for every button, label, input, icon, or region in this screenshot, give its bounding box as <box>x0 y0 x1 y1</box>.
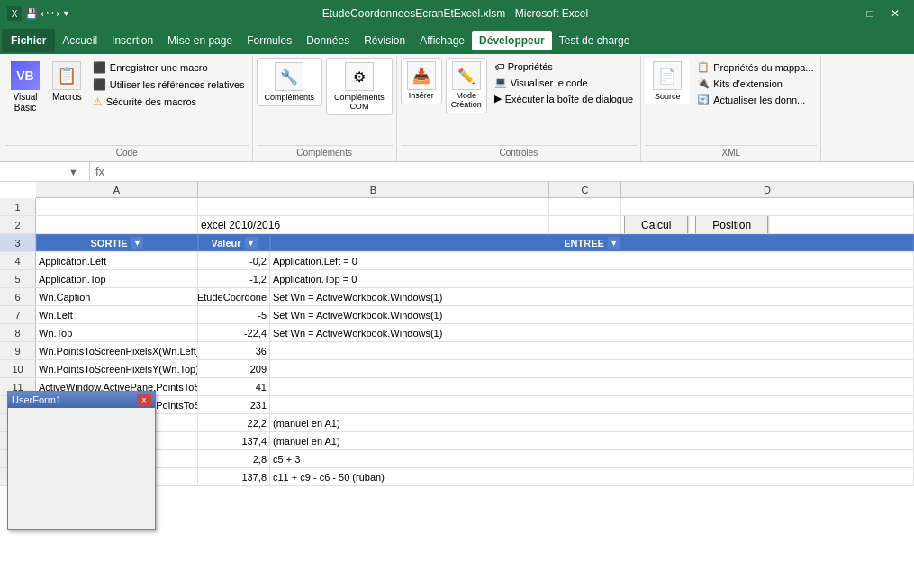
menu-mise-en-page[interactable]: Mise en page <box>160 31 240 50</box>
customize-icon[interactable]: ▼ <box>62 9 70 18</box>
menu-affichage[interactable]: Affichage <box>412 31 472 50</box>
col-header-a[interactable]: A <box>36 182 198 197</box>
row-header-2[interactable]: 2 <box>0 216 36 233</box>
cell-sortie-7[interactable]: Wn.Left <box>36 306 198 323</box>
cell-entree-13[interactable]: (manuel en A1) <box>270 414 914 431</box>
proprietes-mappa-button[interactable]: 📋 Propriétés du mappa... <box>693 59 817 75</box>
actualiser-button[interactable]: 🔄 Actualiser les donn... <box>693 92 817 107</box>
cell-valeur-6[interactable]: EtudeCoordone <box>198 288 270 305</box>
row-header-1[interactable]: 1 <box>0 198 36 215</box>
menu-developpeur[interactable]: Développeur <box>472 31 552 50</box>
source-button[interactable]: 📄 Source <box>645 58 690 104</box>
proprietes-button[interactable]: 🏷 Propriétés <box>491 59 638 74</box>
position-button[interactable]: Position <box>695 216 768 233</box>
mode-creation-button[interactable]: ✏️ ModeCréation <box>446 58 487 113</box>
cell-d1[interactable] <box>621 198 914 215</box>
userform-close-button[interactable]: × <box>137 394 151 406</box>
sortie-filter-button[interactable]: ▼ <box>131 237 143 249</box>
function-icon[interactable]: fx <box>90 165 110 178</box>
cell-b1[interactable] <box>198 198 549 215</box>
securite-macros-button[interactable]: ⚠ Sécurité des macros <box>89 94 249 110</box>
cell-sortie-5[interactable]: Application.Top <box>36 270 198 287</box>
executer-boite-button[interactable]: ▶ Exécuter la boîte de dialogue <box>491 91 638 106</box>
row-header-9[interactable]: 9 <box>0 342 36 359</box>
cell-valeur-12[interactable]: 231 <box>198 396 270 413</box>
inserer-label: Insérer <box>409 92 434 101</box>
col-header-b[interactable]: B <box>198 182 549 197</box>
cell-valeur-13[interactable]: 22,2 <box>198 414 270 431</box>
menu-formules[interactable]: Formules <box>240 31 299 50</box>
inserer-button[interactable]: 📥 Insérer <box>401 58 442 104</box>
calcul-button[interactable]: Calcul <box>624 216 688 233</box>
menu-donnees[interactable]: Données <box>299 31 357 50</box>
row-header-7[interactable]: 7 <box>0 306 36 323</box>
row-header-10[interactable]: 10 <box>0 360 36 377</box>
minimize-button[interactable]: ─ <box>833 5 856 23</box>
cell-sortie-9[interactable]: Wn.PointsToScreenPixelsX(Wn.Left) <box>36 342 198 359</box>
visual-basic-button[interactable]: VB VisualBasic <box>5 58 45 117</box>
menu-revision[interactable]: Révision <box>357 31 412 50</box>
visualiser-code-button[interactable]: 💻 Visualiser le code <box>491 75 638 90</box>
row-header-5[interactable]: 5 <box>0 270 36 287</box>
maximize-button[interactable]: □ <box>858 5 882 23</box>
cell-entree-16[interactable]: c11 + c9 - c6 - 50 (ruban) <box>270 468 914 485</box>
redo-icon[interactable]: ↪ <box>51 8 59 20</box>
undo-icon[interactable]: ↩ <box>41 8 49 20</box>
cell-valeur-10[interactable]: 209 <box>198 360 270 377</box>
cell-valeur-9[interactable]: 36 <box>198 342 270 359</box>
cell-valeur-7[interactable]: -5 <box>198 306 270 323</box>
row-header-6[interactable]: 6 <box>0 288 36 305</box>
userform[interactable]: UserForm1 × <box>7 391 156 530</box>
cell-entree-9[interactable] <box>270 342 914 359</box>
name-box-input[interactable] <box>4 167 67 177</box>
cell-sortie-4[interactable]: Application.Left <box>36 252 198 269</box>
cell-entree-14[interactable]: (manuel en A1) <box>270 432 914 449</box>
cell-c1[interactable] <box>549 198 621 215</box>
references-relatives-button[interactable]: ⬛ Utiliser les références relatives <box>89 77 249 93</box>
cell-entree-5[interactable]: Application.Top = 0 <box>270 270 914 287</box>
cell-valeur-16[interactable]: 137,8 <box>198 468 270 485</box>
cell-entree-6[interactable]: Set Wn = ActiveWorkbook.Windows(1) <box>270 288 914 305</box>
cell-entree-10[interactable] <box>270 360 914 377</box>
cell-b2[interactable]: excel 2010/2016 <box>198 216 549 233</box>
cell-valeur-5[interactable]: -1,2 <box>198 270 270 287</box>
col-header-c[interactable]: C <box>549 182 621 197</box>
complements-com-button[interactable]: ⚙ ComplémentsCOM <box>326 58 393 115</box>
col-header-d[interactable]: D <box>621 182 914 197</box>
menu-accueil[interactable]: Accueil <box>55 31 104 50</box>
formula-input[interactable] <box>110 167 914 177</box>
cell-entree-12[interactable] <box>270 396 914 413</box>
entree-filter-button[interactable]: ▼ <box>608 237 620 249</box>
menu-fichier[interactable]: Fichier <box>2 29 55 52</box>
save-icon[interactable]: 💾 <box>25 8 38 20</box>
cell-sortie-6[interactable]: Wn.Caption <box>36 288 198 305</box>
cell-entree-8[interactable]: Set Wn = ActiveWorkbook.Windows(1) <box>270 324 914 341</box>
row-header-4[interactable]: 4 <box>0 252 36 269</box>
cell-valeur-15[interactable]: 2,8 <box>198 450 270 467</box>
cell-sortie-8[interactable]: Wn.Top <box>36 324 198 341</box>
macros-button[interactable]: 📋 Macros <box>47 58 87 106</box>
cell-entree-11[interactable] <box>270 378 914 395</box>
close-button[interactable]: ✕ <box>883 5 907 23</box>
row-header-3[interactable]: 3 <box>0 234 36 251</box>
valeur-filter-button[interactable]: ▼ <box>245 237 258 249</box>
menu-test-charge[interactable]: Test de charge <box>552 31 638 50</box>
complements-button[interactable]: 🔧 Compléments <box>257 58 323 106</box>
cell-d2[interactable]: Calcul Position <box>621 216 914 233</box>
cell-entree-4[interactable]: Application.Left = 0 <box>270 252 914 269</box>
cell-valeur-8[interactable]: -22,4 <box>198 324 270 341</box>
menu-insertion[interactable]: Insertion <box>104 31 160 50</box>
cell-entree-7[interactable]: Set Wn = ActiveWorkbook.Windows(1) <box>270 306 914 323</box>
cell-sortie-10[interactable]: Wn.PointsToScreenPixelsY(Wn.Top) <box>36 360 198 377</box>
cell-a2[interactable] <box>36 216 198 233</box>
cell-valeur-14[interactable]: 137,4 <box>198 432 270 449</box>
cell-valeur-11[interactable]: 41 <box>198 378 270 395</box>
kits-extension-button[interactable]: 🔌 Kits d'extension <box>693 76 817 91</box>
cell-valeur-4[interactable]: -0,2 <box>198 252 270 269</box>
row-header-8[interactable]: 8 <box>0 324 36 341</box>
cell-a1[interactable] <box>36 198 198 215</box>
cell-c2[interactable] <box>549 216 621 233</box>
name-box-dropdown[interactable]: ▼ <box>67 167 80 177</box>
enregistrer-macro-button[interactable]: ⬛ Enregistrer une macro <box>89 59 249 76</box>
cell-entree-15[interactable]: c5 + 3 <box>270 450 914 467</box>
